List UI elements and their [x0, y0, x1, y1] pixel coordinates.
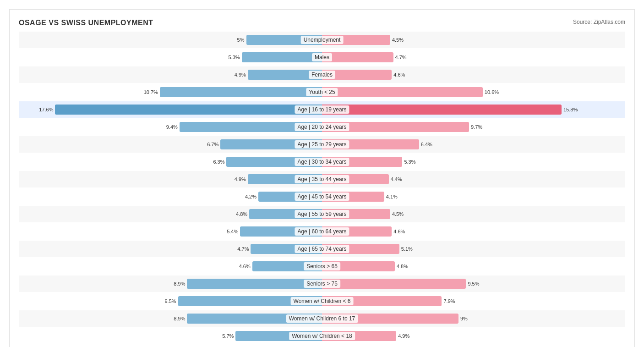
chart-body: 5% Unemployment 4.5% 5.3% Males 4.7% 4: [19, 32, 625, 347]
value-left: 6.3%: [213, 159, 224, 165]
right-section: 15.8%: [322, 101, 625, 118]
right-section: 9.7%: [322, 119, 625, 135]
value-right: 4.5%: [392, 37, 404, 43]
right-section: 4.1%: [322, 188, 625, 205]
value-right: 4.4%: [391, 176, 402, 182]
chart-row: 17.6% Age | 16 to 19 years 15.8%: [19, 101, 625, 118]
chart-row: 4.9% Females 4.6%: [19, 66, 625, 83]
bar-area: 6.7% Age | 25 to 29 years 6.4%: [19, 136, 625, 153]
bar-area: 9.4% Age | 20 to 24 years 9.7%: [19, 119, 625, 135]
bar-right: [322, 52, 393, 62]
left-section: 17.6%: [19, 101, 322, 118]
right-section: 9.5%: [322, 275, 625, 292]
center-label: Females: [309, 71, 335, 79]
value-left: 5%: [237, 37, 245, 43]
chart-row: 10.7% Youth < 25 10.6%: [19, 84, 625, 100]
bar-area: 5% Unemployment 4.5%: [19, 32, 625, 48]
bar-area: 5.3% Males 4.7%: [19, 49, 625, 66]
value-left: 10.7%: [144, 89, 158, 95]
right-section: 4.5%: [322, 206, 625, 222]
left-section: 4.8%: [19, 206, 322, 222]
bar-area: 9.5% Women w/ Children < 6 7.9%: [19, 293, 625, 309]
chart-row: 8.9% Women w/ Children 6 to 17 9%: [19, 310, 625, 327]
value-right: 5.1%: [401, 246, 413, 252]
chart-row: 5.3% Males 4.7%: [19, 49, 625, 66]
bar-left: [55, 105, 322, 115]
bar-area: 8.9% Seniors > 75 9.5%: [19, 275, 625, 292]
left-section: 4.2%: [19, 188, 322, 205]
right-section: 9%: [322, 310, 625, 327]
bar-area: 6.3% Age | 30 to 34 years 5.3%: [19, 154, 625, 170]
value-left: 9.4%: [166, 124, 178, 130]
bar-area: 4.9% Females 4.6%: [19, 66, 625, 83]
left-section: 8.9%: [19, 310, 322, 327]
left-section: 4.9%: [19, 66, 322, 83]
right-section: 4.5%: [322, 32, 625, 48]
left-section: 9.5%: [19, 293, 322, 309]
bar-area: 4.6% Seniors > 65 4.8%: [19, 258, 625, 275]
center-label: Age | 65 to 74 years: [295, 245, 349, 253]
chart-row: 4.9% Age | 35 to 44 years 4.4%: [19, 171, 625, 187]
center-label: Age | 30 to 34 years: [295, 158, 349, 166]
bar-area: 17.6% Age | 16 to 19 years 15.8%: [19, 101, 625, 118]
center-label: Age | 35 to 44 years: [295, 175, 349, 183]
value-left: 4.9%: [235, 72, 246, 77]
center-label: Women w/ Children 6 to 17: [286, 314, 358, 323]
chart-row: 8.9% Seniors > 75 9.5%: [19, 275, 625, 292]
bar-right: [322, 87, 483, 97]
value-left: 4.2%: [245, 194, 257, 199]
bar-area: 5.7% Women w/ Children < 18 4.9%: [19, 328, 625, 344]
left-section: 10.7%: [19, 84, 322, 100]
bar-area: 8.9% Women w/ Children 6 to 17 9%: [19, 310, 625, 327]
right-section: 7.9%: [322, 293, 625, 309]
bar-area: 4.2% Age | 45 to 54 years 4.1%: [19, 188, 625, 205]
value-left: 5.3%: [229, 55, 240, 60]
center-label: Seniors > 75: [304, 280, 340, 288]
bar-right: [322, 105, 562, 115]
value-right: 6.4%: [421, 142, 432, 147]
left-section: 5.7%: [19, 328, 322, 344]
center-label: Age | 45 to 54 years: [295, 193, 349, 201]
center-label: Age | 55 to 59 years: [295, 210, 349, 218]
center-label: Age | 16 to 19 years: [295, 105, 349, 114]
right-section: 6.4%: [322, 136, 625, 153]
bar-right: [322, 279, 466, 289]
value-right: 7.9%: [443, 298, 455, 304]
bar-area: 4.7% Age | 65 to 74 years 5.1%: [19, 241, 625, 257]
bar-left: [160, 87, 322, 97]
chart-source: Source: ZipAtlas.com: [573, 19, 625, 25]
chart-row: 5.4% Age | 60 to 64 years 4.6%: [19, 223, 625, 240]
left-section: 6.3%: [19, 154, 322, 170]
right-section: 4.9%: [322, 328, 625, 344]
value-right: 4.7%: [395, 55, 407, 60]
chart-row: 5% Unemployment 4.5%: [19, 32, 625, 48]
value-right: 5.3%: [404, 159, 415, 165]
right-section: 4.6%: [322, 66, 625, 83]
value-left: 4.6%: [239, 264, 251, 269]
value-left: 8.9%: [174, 281, 185, 286]
bar-area: 4.9% Age | 35 to 44 years 4.4%: [19, 171, 625, 187]
value-left: 8.9%: [174, 316, 185, 321]
bar-area: 10.7% Youth < 25 10.6%: [19, 84, 625, 100]
value-left: 6.7%: [207, 142, 218, 147]
value-right: 10.6%: [485, 89, 499, 95]
center-label: Unemployment: [301, 36, 344, 44]
bar-left: [187, 279, 322, 289]
value-right: 4.6%: [393, 72, 405, 77]
value-right: 4.8%: [397, 264, 408, 269]
value-right: 15.8%: [563, 107, 578, 112]
right-section: 4.4%: [322, 171, 625, 187]
center-label: Age | 25 to 29 years: [295, 140, 349, 149]
center-label: Males: [312, 53, 332, 61]
chart-row: 4.6% Seniors > 65 4.8%: [19, 258, 625, 275]
right-section: 4.8%: [322, 258, 625, 275]
right-section: 4.6%: [322, 223, 625, 240]
right-section: 10.6%: [322, 84, 625, 100]
center-label: Seniors > 65: [304, 262, 340, 270]
chart-row: 9.4% Age | 20 to 24 years 9.7%: [19, 119, 625, 135]
left-section: 5%: [19, 32, 322, 48]
center-label: Age | 60 to 64 years: [295, 227, 349, 236]
chart-title: OSAGE VS SWISS UNEMPLOYMENT: [19, 19, 153, 27]
left-section: 6.7%: [19, 136, 322, 153]
bar-area: 5.4% Age | 60 to 64 years 4.6%: [19, 223, 625, 240]
